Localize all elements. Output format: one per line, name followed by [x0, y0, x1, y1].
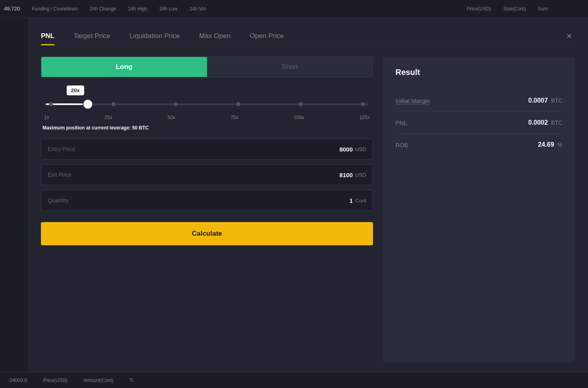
- exit-price-unit: USD: [355, 172, 366, 178]
- slider-dot-100: [298, 102, 302, 106]
- 24h-vol-label: 24h Vol: [190, 6, 206, 12]
- label-25x: 25x: [105, 115, 112, 120]
- slider-thumb[interactable]: [83, 100, 92, 109]
- pnl-label: PNL: [395, 119, 407, 126]
- bottom-price-usd: Price(USD): [43, 378, 67, 383]
- leverage-area: 20x: [41, 85, 373, 131]
- exit-price-value: 8100: [339, 172, 353, 178]
- entry-price-label: Entry Price: [48, 146, 339, 152]
- slider-container: [43, 99, 371, 110]
- exit-price-label: Exit Price: [48, 172, 339, 178]
- max-position-value: 50: [132, 125, 137, 131]
- tab-max-open[interactable]: Max Open: [189, 27, 240, 45]
- right-panel: Result Initial Margin 0.0007 BTC PNL 0.0…: [383, 57, 575, 362]
- max-position-prefix: Maximum position at current leverage:: [43, 125, 131, 131]
- tab-target-price[interactable]: Target Price: [64, 27, 120, 45]
- max-position-text: Maximum position at current leverage: 50…: [43, 125, 371, 131]
- long-short-toggle: Long Short: [41, 57, 373, 77]
- sum-col: Sum: [538, 6, 548, 12]
- left-panel: Long Short 20x: [41, 57, 373, 362]
- calculator-modal: PNL Target Price Liquidation Price Max O…: [28, 18, 588, 372]
- result-row-pnl: PNL 0.0002 BTC: [395, 112, 562, 134]
- result-title: Result: [395, 68, 562, 77]
- leverage-badge-row: 20x: [43, 85, 371, 95]
- slider-track: [46, 103, 368, 105]
- slider-dot-75: [236, 102, 240, 106]
- short-button[interactable]: Short: [207, 57, 373, 77]
- content-row: Long Short 20x: [41, 57, 575, 362]
- bottom-value: -24000.0: [8, 378, 27, 383]
- funding-countdown-label: Funding / Countdown: [32, 6, 78, 12]
- bottom-bar: -24000.0 Price(USD) Amount(Cont) Ti: [0, 372, 588, 388]
- slider-dot-125: [361, 102, 365, 106]
- bottom-amount-cont: Amount(Cont): [83, 378, 114, 383]
- tab-liquidation-price[interactable]: Liquidation Price: [120, 27, 190, 45]
- 24h-high-label: 24h High: [128, 6, 147, 12]
- quantity-label: Quantity: [48, 197, 349, 204]
- top-bar-right: Price(USD) Size(Cont) Sum: [467, 6, 548, 12]
- index-price: 49,720: [4, 6, 20, 12]
- max-position-unit: BTC: [139, 125, 149, 131]
- price-usd-col: Price(USD): [467, 6, 491, 12]
- result-row-roe: ROE 24.69 %: [395, 134, 562, 156]
- leverage-badge: 20x: [67, 85, 84, 95]
- slider-dot-50: [174, 102, 178, 106]
- slider-dot-25: [112, 102, 116, 106]
- size-cont-col: Size(Cont): [503, 6, 526, 12]
- tab-pnl[interactable]: PNL: [41, 27, 64, 45]
- quantity-unit: Cont: [355, 198, 366, 204]
- slider-labels: 1x 25x 50x 75x 100x 125x: [43, 115, 371, 120]
- long-button[interactable]: Long: [41, 57, 207, 77]
- exit-price-field[interactable]: Exit Price 8100 USD: [41, 164, 373, 185]
- calculate-button[interactable]: Calculate: [41, 222, 373, 245]
- label-100x: 100x: [294, 115, 304, 120]
- entry-price-unit: USD: [355, 146, 366, 152]
- entry-price-value: 8000: [339, 146, 353, 153]
- label-1x: 1x: [44, 115, 49, 120]
- top-bar: 49,720 Funding / Countdown 24h Change 24…: [0, 0, 588, 18]
- 24h-low-label: 24h Low: [159, 6, 177, 12]
- slider-dots: [46, 102, 368, 106]
- label-125x: 125x: [359, 115, 370, 120]
- close-button[interactable]: ×: [563, 28, 575, 44]
- result-row-initial-margin: Initial Margin 0.0007 BTC: [395, 90, 562, 112]
- quantity-field[interactable]: Quantity 1 Cont: [41, 190, 373, 211]
- label-75x: 75x: [231, 115, 238, 120]
- initial-margin-value: 0.0007 BTC: [528, 97, 562, 104]
- slider-dot-1: [49, 102, 53, 106]
- roe-value: 24.69 %: [538, 141, 562, 148]
- tab-bar: PNL Target Price Liquidation Price Max O…: [41, 27, 575, 45]
- label-50x: 50x: [168, 115, 175, 120]
- bottom-ti: Ti: [130, 378, 134, 383]
- initial-margin-label: Initial Margin: [395, 97, 430, 104]
- pnl-value: 0.0002 BTC: [528, 119, 562, 126]
- roe-label: ROE: [395, 141, 409, 148]
- tab-open-price[interactable]: Open Price: [240, 27, 294, 45]
- 24h-change-label: 24h Change: [90, 6, 116, 12]
- input-group: Entry Price 8000 USD Exit Price 8100 USD…: [41, 139, 373, 211]
- entry-price-field[interactable]: Entry Price 8000 USD: [41, 139, 373, 160]
- quantity-value: 1: [349, 197, 353, 204]
